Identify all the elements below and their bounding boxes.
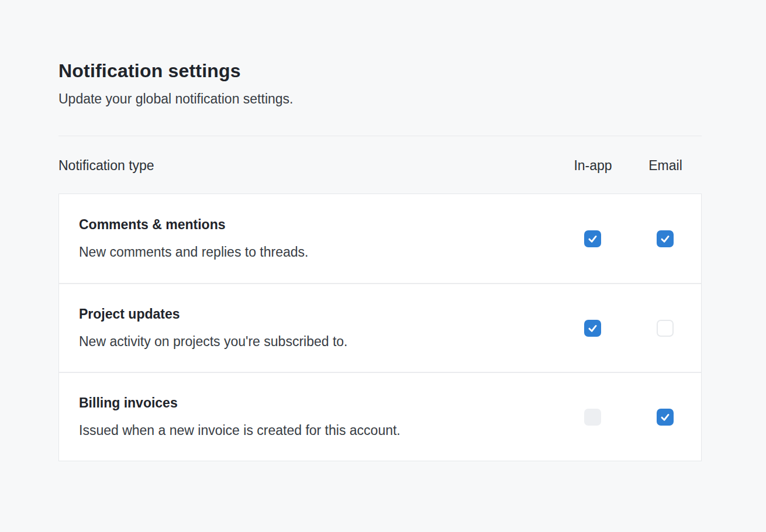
in-app-cell (556, 409, 629, 426)
row-title: Billing invoices (79, 394, 544, 412)
check-icon (587, 323, 598, 334)
page-title: Notification settings (58, 0, 702, 83)
page-subtitle: Update your global notification settings… (58, 89, 702, 109)
checkbox-comments-in-app[interactable] (584, 230, 601, 247)
checkbox-projects-email[interactable] (657, 320, 674, 337)
email-cell (629, 409, 701, 426)
check-icon (660, 412, 671, 423)
checkbox-comments-email[interactable] (657, 230, 674, 247)
email-cell (629, 230, 701, 247)
row-description: Issued when a new invoice is created for… (79, 421, 544, 440)
row-title: Project updates (79, 305, 544, 323)
column-header-notification-type: Notification type (58, 156, 557, 175)
check-icon (660, 233, 671, 244)
table-row-project-updates: Project updates New activity on projects… (59, 283, 701, 372)
checkbox-billing-in-app (584, 409, 601, 426)
table-row-comments-mentions: Comments & mentions New comments and rep… (59, 194, 701, 283)
row-title: Comments & mentions (79, 216, 544, 233)
row-description: New activity on projects you're subscrib… (79, 332, 544, 351)
table-header: Notification type In-app Email (58, 156, 702, 175)
in-app-cell (556, 320, 629, 337)
notification-settings-card: Comments & mentions New comments and rep… (58, 194, 702, 461)
column-header-in-app: In-app (557, 156, 629, 175)
row-text: Project updates New activity on projects… (79, 285, 556, 371)
email-cell (629, 320, 701, 337)
notification-settings-page: Notification settings Update your global… (58, 0, 702, 461)
row-text: Billing invoices Issued when a new invoi… (79, 374, 556, 460)
row-description: New comments and replies to threads. (79, 243, 544, 261)
column-header-email: Email (629, 156, 702, 175)
table-row-billing-invoices: Billing invoices Issued when a new invoi… (59, 372, 701, 461)
check-icon (587, 233, 598, 244)
checkbox-billing-email[interactable] (657, 409, 674, 426)
row-text: Comments & mentions New comments and rep… (79, 196, 556, 281)
in-app-cell (556, 230, 629, 247)
section-divider (58, 136, 702, 136)
checkbox-projects-in-app[interactable] (584, 320, 601, 337)
